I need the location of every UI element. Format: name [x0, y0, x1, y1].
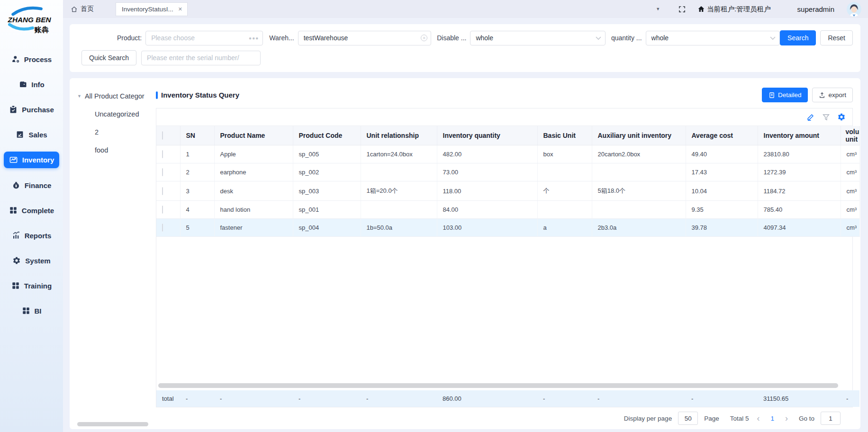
column-header[interactable]: SN	[180, 126, 214, 145]
sidebar-item-inventory[interactable]: Inventory	[4, 152, 60, 168]
current-tenant[interactable]: 当前租户:管理员租户	[697, 5, 771, 14]
tree-horizontal-scrollbar[interactable]	[77, 422, 148, 426]
quick-search-input[interactable]	[141, 51, 261, 65]
pagination: Display per page 50 Page Total 5 ‹ 1 › G…	[156, 407, 853, 429]
table-row[interactable]: 3desksp_0031箱=20.0个118.00个5箱18.0个10.0411…	[156, 181, 859, 201]
bi-icon	[22, 306, 30, 315]
logo-text-en: ZHANG BEN	[7, 16, 51, 24]
sales-icon	[16, 130, 24, 139]
table-row[interactable]: 5fastenersp_0041b=50.0a103.00a2b3.0a39.7…	[156, 219, 859, 237]
home-tab-label: 首页	[81, 5, 94, 13]
goto-page-input[interactable]: 1	[821, 412, 841, 425]
table-cell: 1b=50.0a	[361, 219, 437, 237]
total-row-table: total----860.00---31150.65-	[156, 390, 859, 407]
sidebar-item-sales[interactable]: Sales	[10, 126, 52, 143]
total-cell: 31150.65	[758, 390, 841, 407]
total-cell: -	[686, 390, 758, 407]
table-row[interactable]: 2earphonesp_00273.0017.431272.39cm³	[156, 163, 859, 181]
ellipsis-icon[interactable]: ●●●	[249, 36, 259, 41]
column-header[interactable]: Inventory amount	[758, 126, 841, 145]
tree-root-all-categories[interactable]: ▼ All Product Categor	[77, 92, 156, 100]
reset-button[interactable]: Reset	[820, 30, 853, 45]
table-cell	[537, 163, 592, 181]
sidebar-item-process[interactable]: Process	[6, 51, 57, 67]
settings-gear-icon[interactable]	[837, 113, 846, 121]
detailed-button[interactable]: Detailed	[762, 88, 808, 102]
quick-search-button[interactable]: Quick Search	[81, 50, 136, 65]
total-cell: -	[537, 390, 592, 407]
select-all-checkbox[interactable]	[162, 131, 163, 140]
process-icon	[11, 55, 20, 63]
table-horizontal-scrollbar[interactable]	[158, 383, 838, 388]
quantity-input[interactable]	[646, 31, 780, 45]
product-input[interactable]	[145, 31, 263, 45]
filter-funnel-icon[interactable]	[822, 113, 830, 121]
page-size-input[interactable]: 50	[678, 412, 698, 425]
sidebar-item-label: Finance	[25, 181, 52, 189]
edit-pencil-icon[interactable]	[806, 113, 815, 121]
table-cell: 785.40	[758, 201, 841, 219]
row-checkbox[interactable]	[162, 150, 163, 158]
table-cell: box	[537, 145, 592, 163]
current-page[interactable]: 1	[768, 415, 777, 422]
sidebar-item-system[interactable]: System	[7, 252, 55, 269]
quantity-select[interactable]	[646, 31, 780, 45]
column-header[interactable]: volume unit	[841, 126, 859, 145]
table-cell: 4	[180, 201, 214, 219]
disable-input[interactable]	[470, 31, 606, 45]
training-icon	[11, 281, 20, 290]
column-header[interactable]: Product Name	[214, 126, 293, 145]
username[interactable]: superadmin	[797, 5, 834, 13]
next-page-icon[interactable]: ›	[783, 414, 790, 423]
row-checkbox[interactable]	[162, 168, 163, 176]
sidebar-item-finance[interactable]: Finance	[7, 177, 57, 193]
table-cell: sp_002	[293, 163, 361, 181]
column-header[interactable]: Basic Unit	[537, 126, 592, 145]
row-checkbox[interactable]	[162, 206, 163, 214]
sidebar-item-purchase[interactable]: Purchase	[4, 101, 59, 117]
sidebar-item-reports[interactable]: Reports	[7, 227, 57, 243]
column-header[interactable]: Product Code	[293, 126, 361, 145]
fullscreen-icon[interactable]	[678, 5, 686, 13]
prev-page-icon[interactable]: ‹	[755, 414, 761, 423]
warehouse-input[interactable]	[298, 31, 432, 45]
table-cell: 39.78	[686, 219, 758, 237]
table-cell: cm³	[841, 145, 859, 163]
total-cell: -	[361, 390, 437, 407]
quick-search-field[interactable]	[141, 51, 261, 65]
export-button[interactable]: export	[812, 88, 853, 102]
tab-inventory-status[interactable]: InventoryStatusI... ✕	[116, 2, 188, 16]
close-icon[interactable]: ✕	[178, 6, 182, 12]
filter-panel: Product: ●●● Wareh... ✕ Disable ...	[70, 24, 860, 72]
tree-item-uncategorized[interactable]: Uncategorized	[77, 110, 156, 118]
row-checkbox[interactable]	[162, 224, 163, 232]
table-row[interactable]: 4hand lotionsp_00184.009.35785.40cm³	[156, 201, 859, 219]
sidebar-item-info[interactable]: Info	[13, 76, 50, 92]
search-button[interactable]: Search	[780, 30, 816, 45]
table-cell: 1carton=24.0box	[361, 145, 437, 163]
column-header[interactable]: Unit relationship	[361, 126, 437, 145]
column-header[interactable]: Inventory quantity	[437, 126, 537, 145]
sidebar-item-training[interactable]: Training	[6, 278, 57, 294]
warehouse-select[interactable]: ✕	[298, 31, 432, 45]
sidebar-item-label: Sales	[28, 131, 47, 139]
tree-item-food[interactable]: food	[77, 146, 156, 154]
table-row[interactable]: 1Applesp_0051carton=24.0box482.00box20ca…	[156, 145, 859, 163]
total-cell: -	[180, 390, 214, 407]
table-cell: cm³	[841, 201, 859, 219]
column-header[interactable]: Auxiliary unit inventory	[592, 126, 686, 145]
disable-select[interactable]	[470, 31, 606, 45]
tree-expand-caret-icon[interactable]: ▼	[77, 94, 81, 99]
avatar[interactable]	[847, 2, 861, 17]
column-header[interactable]: Average cost	[686, 126, 758, 145]
tabs-dropdown-caret-icon[interactable]: ▼	[654, 5, 662, 13]
product-select[interactable]: ●●●	[145, 31, 263, 45]
sidebar-item-complete[interactable]: Complete	[4, 202, 59, 218]
table-cell: fastener	[214, 219, 293, 237]
table-cell: 1272.39	[758, 163, 841, 181]
row-checkbox[interactable]	[162, 187, 163, 195]
tree-item-2[interactable]: 2	[77, 128, 156, 136]
home-tab[interactable]: 首页	[71, 5, 94, 13]
goto-label: Go to	[799, 415, 814, 422]
sidebar-item-bi[interactable]: BI	[17, 303, 47, 319]
